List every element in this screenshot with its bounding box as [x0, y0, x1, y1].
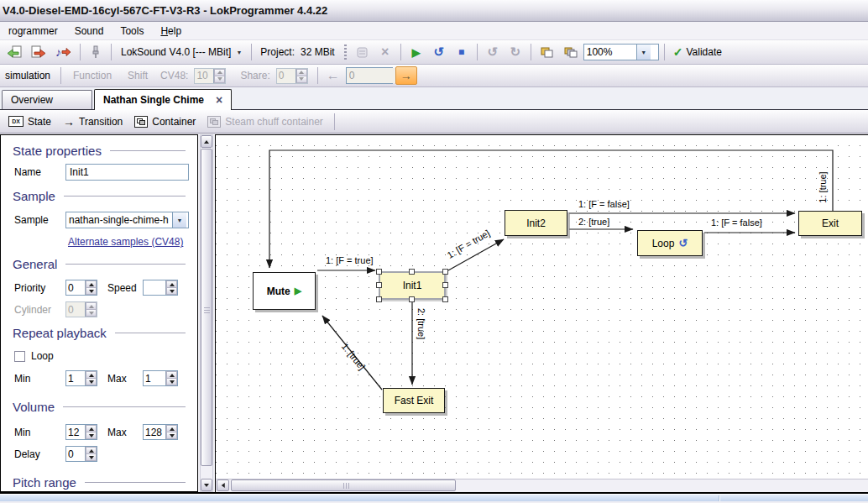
priority-spin-buttons[interactable] [85, 280, 97, 295]
spin-up-icon[interactable] [86, 447, 97, 453]
transition-label[interactable]: 1: [true] [818, 171, 828, 202]
selection-handle[interactable] [409, 296, 415, 302]
speed-spinner[interactable] [143, 280, 178, 296]
selection-handle[interactable] [409, 269, 415, 275]
repeat-max-spin-buttons[interactable] [165, 371, 177, 385]
panel-vertical-scrollbar[interactable] [200, 134, 213, 492]
state-node-fast-exit[interactable]: Fast Exit [383, 388, 445, 413]
zoom-level-combo[interactable]: ▼ [583, 44, 659, 60]
transition-label[interactable]: 1: [F = true] [446, 228, 492, 260]
zoom-in-button[interactable] [536, 43, 557, 61]
volume-min-spin-buttons[interactable] [85, 425, 97, 439]
spin-down-icon[interactable] [86, 432, 97, 439]
repeat-min-spin-buttons[interactable] [85, 371, 97, 385]
zoom-level-input[interactable] [584, 45, 636, 60]
selection-handle[interactable] [376, 269, 382, 275]
repeat-min-spinner[interactable] [65, 370, 97, 386]
state-node-init2[interactable]: Init2 [505, 210, 567, 236]
decoder-select[interactable]: LokSound V4.0 [--- MBit] ▼ [117, 43, 246, 61]
sample-input[interactable] [66, 212, 172, 228]
scroll-left-button[interactable] [217, 479, 229, 491]
scroll-up-button[interactable] [201, 135, 212, 148]
priority-input[interactable] [66, 280, 85, 295]
menu-programmer[interactable]: rogrammer [0, 24, 66, 39]
cylinder-spinner-disabled[interactable] [65, 301, 97, 317]
state-node-exit[interactable]: Exit [798, 211, 862, 236]
spin-up-icon[interactable] [166, 425, 177, 432]
tab-overview[interactable]: Overview [2, 90, 92, 109]
transition-label[interactable]: 1: [F = false] [578, 199, 630, 209]
volume-max-spinner[interactable] [143, 424, 178, 440]
read-decoder-button-disabled[interactable] [353, 43, 373, 61]
transition-label[interactable]: 1: [true] [340, 341, 368, 372]
canvas-horizontal-scrollbar[interactable] [216, 479, 868, 492]
vertical-scroll-thumb[interactable] [201, 149, 212, 466]
spin-down-icon[interactable] [86, 309, 97, 317]
spin-down-icon[interactable] [166, 378, 177, 385]
title-bar[interactable]: V4.0-Diesel-EMD-16cyl-567C-FT-V3-R3 - Lo… [0, 0, 868, 22]
save-project-button[interactable] [28, 43, 50, 61]
toolbar-grip[interactable] [344, 45, 347, 60]
delay-spinner[interactable] [65, 446, 97, 462]
transition-label[interactable]: 2: [true] [416, 308, 426, 339]
function-button-disabled[interactable]: Function [66, 70, 118, 81]
transition-label[interactable]: 1: [F = true] [326, 255, 374, 265]
repeat-max-spinner[interactable] [143, 370, 178, 386]
open-project-button[interactable] [3, 43, 25, 61]
speed-combo-disabled[interactable]: ▼ [346, 67, 393, 84]
volume-min-spinner[interactable] [65, 424, 97, 440]
selection-handle[interactable] [376, 296, 382, 302]
spin-up-icon[interactable] [214, 69, 225, 76]
cylinder-input[interactable] [66, 302, 85, 317]
spin-down-icon[interactable] [86, 378, 97, 385]
selection-handle[interactable] [442, 269, 448, 275]
spin-up-icon[interactable] [86, 371, 97, 378]
export-sound-button[interactable]: ♪ [52, 43, 75, 61]
cv48-spinner[interactable] [194, 68, 226, 84]
spin-up-icon[interactable] [86, 425, 97, 432]
shift-button-disabled[interactable]: Shift [121, 70, 154, 81]
volume-min-input[interactable] [66, 425, 85, 439]
add-container-button[interactable]: Container [131, 114, 199, 129]
zoom-out-button[interactable] [560, 43, 581, 61]
cv48-input[interactable] [195, 69, 213, 83]
spin-up-icon[interactable] [296, 69, 307, 76]
transition-label[interactable]: 1: [F = false] [711, 217, 762, 228]
cylinder-spin-buttons[interactable] [85, 302, 97, 317]
spin-up-icon[interactable] [166, 371, 177, 378]
cv48-spin-buttons[interactable] [213, 69, 225, 83]
selection-handle[interactable] [442, 282, 448, 288]
validate-button[interactable]: ✓ Validate [670, 43, 725, 61]
name-field[interactable] [65, 164, 189, 181]
menu-help[interactable]: Help [152, 24, 190, 39]
play-button[interactable]: ▶ [406, 43, 426, 61]
add-steam-chuff-container-button-disabled[interactable]: Steam chuff container [204, 114, 327, 129]
share-input[interactable] [277, 69, 295, 83]
stop-button[interactable]: ■ [452, 43, 472, 61]
spin-down-icon[interactable] [296, 76, 307, 83]
state-node-loop[interactable]: Loop ↺ [637, 230, 703, 256]
selection-handle[interactable] [442, 296, 448, 302]
sample-combo[interactable]: ▼ [65, 212, 189, 228]
scroll-down-button[interactable] [201, 479, 212, 491]
priority-spinner[interactable] [65, 280, 97, 296]
horizontal-scroll-thumb[interactable] [231, 479, 456, 491]
zoom-dropdown-button[interactable]: ▼ [636, 45, 651, 60]
menu-sound[interactable]: Sound [66, 24, 112, 39]
add-state-button[interactable]: DX State [5, 114, 55, 129]
volume-max-input[interactable] [144, 425, 165, 439]
selection-handle[interactable] [376, 282, 382, 288]
speed-input[interactable] [347, 68, 399, 83]
spin-down-icon[interactable] [214, 76, 225, 83]
delay-spin-buttons[interactable] [85, 447, 97, 461]
spin-down-icon[interactable] [166, 287, 177, 295]
spin-up-icon[interactable] [166, 280, 177, 287]
state-node-init1-selected[interactable]: Init1 [379, 271, 446, 300]
loop-play-button[interactable]: ↺ [429, 43, 449, 61]
volume-max-spin-buttons[interactable] [165, 425, 177, 439]
speed-spin-buttons[interactable] [165, 280, 177, 295]
transition-exit-to-mute[interactable] [269, 150, 833, 268]
alternate-samples-link[interactable]: Alternate samples (CV48) [68, 236, 183, 248]
spin-up-icon[interactable] [86, 302, 97, 309]
share-spin-buttons[interactable] [295, 69, 307, 83]
